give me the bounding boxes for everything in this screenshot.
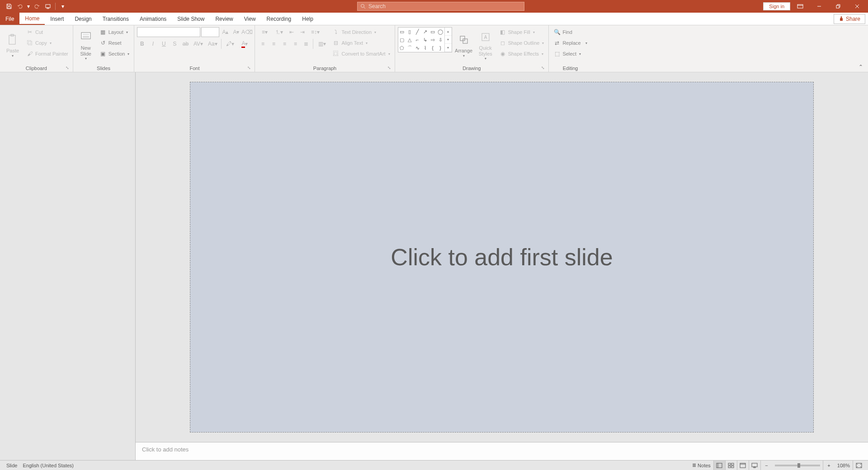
save-button[interactable] (5, 2, 14, 11)
align-center-button[interactable]: ≡ (269, 39, 278, 49)
shape-vert-textbox[interactable]: ▯ (406, 28, 414, 36)
restore-button[interactable] (829, 0, 847, 13)
shapes-scroll-down[interactable]: ▾ (445, 36, 452, 44)
quick-styles-button[interactable]: A Quick Styles ▾ (476, 27, 495, 63)
shape-textbox[interactable]: ▭ (398, 28, 406, 36)
zoom-slider-thumb[interactable] (797, 463, 800, 468)
tab-view[interactable]: View (239, 13, 261, 25)
fit-to-window-button[interactable] (853, 461, 864, 470)
arrange-button[interactable]: Arrange ▾ (454, 27, 474, 63)
shape-curve[interactable]: ∿ (414, 44, 421, 52)
distribute-button[interactable]: ≣ (301, 39, 311, 49)
highlight-button[interactable]: 🖍▾ (223, 39, 237, 49)
tab-animations[interactable]: Animations (134, 13, 172, 25)
bold-button[interactable]: B (137, 39, 147, 49)
zoom-level[interactable]: 108% (835, 461, 853, 470)
shape-oval[interactable]: ◯ (437, 28, 444, 36)
increase-font-button[interactable]: A▴ (220, 27, 230, 37)
strikethrough-button[interactable]: ab (180, 39, 190, 49)
char-spacing-button[interactable]: AV▾ (191, 39, 205, 49)
zoom-slider[interactable] (775, 465, 820, 466)
shapes-scroll-up[interactable]: ▴ (445, 28, 452, 36)
search-input[interactable] (368, 3, 521, 9)
italic-button[interactable]: I (148, 39, 158, 49)
shadow-button[interactable]: S (170, 39, 179, 49)
status-slide[interactable]: Slide (4, 461, 20, 470)
justify-button[interactable]: ≡ (290, 39, 300, 49)
shape-arrow-line[interactable]: ↗ (421, 28, 429, 36)
shape-line[interactable]: ╱ (414, 28, 421, 36)
tab-design[interactable]: Design (69, 13, 97, 25)
collapse-ribbon-button[interactable]: ⌃ (856, 64, 865, 70)
shapes-more[interactable]: ▾ (445, 44, 452, 52)
new-slide-button[interactable]: New Slide ▾ (76, 27, 96, 63)
tab-recording[interactable]: Recording (261, 13, 297, 25)
start-from-beginning-button[interactable] (43, 2, 52, 11)
zoom-out-button[interactable]: − (760, 461, 772, 470)
ribbon-display-options-button[interactable] (791, 0, 809, 13)
increase-indent-button[interactable]: ⇥ (297, 27, 307, 37)
shape-brace-right[interactable]: } (437, 44, 444, 52)
tab-transitions[interactable]: Transitions (97, 13, 134, 25)
tab-review[interactable]: Review (210, 13, 238, 25)
status-language[interactable]: English (United States) (20, 461, 76, 470)
thumbnail-panel[interactable] (0, 72, 136, 460)
tab-help[interactable]: Help (297, 13, 319, 25)
convert-smartart-button[interactable]: ⿴Convert to SmartArt▾ (330, 49, 392, 59)
font-color-button[interactable]: A▾ (238, 39, 251, 49)
columns-button[interactable]: ▥▾ (315, 39, 329, 49)
clipboard-launcher[interactable]: ⤡ (65, 66, 70, 71)
shape-arc[interactable]: ⌒ (406, 44, 414, 52)
shape-outline-button[interactable]: ◻Shape Outline▾ (497, 38, 546, 48)
shape-rect[interactable]: ▭ (429, 28, 437, 36)
reading-view-button[interactable] (737, 461, 749, 470)
change-case-button[interactable]: Aa▾ (206, 39, 219, 49)
align-text-button[interactable]: ⊟Align Text▾ (330, 38, 392, 48)
undo-button[interactable] (15, 2, 24, 11)
slide-placeholder[interactable]: Click to add first slide (190, 82, 814, 432)
tab-file[interactable]: File (0, 13, 19, 25)
clear-formatting-button[interactable]: A⌫ (242, 27, 252, 37)
bullets-button[interactable]: ≡▾ (258, 27, 271, 37)
copy-button[interactable]: ⿻Copy▾ (24, 38, 70, 48)
font-size-combo[interactable] (201, 27, 219, 37)
zoom-in-button[interactable]: + (823, 461, 835, 470)
align-left-button[interactable]: ≡ (258, 39, 268, 49)
line-spacing-button[interactable]: ≡↕▾ (308, 27, 322, 37)
shape-effects-button[interactable]: ◉Shape Effects▾ (497, 49, 546, 59)
select-button[interactable]: ⬚Select▾ (552, 49, 589, 59)
reset-button[interactable]: ↺Reset (98, 38, 132, 48)
sign-in-button[interactable]: Sign in (763, 2, 790, 10)
align-right-button[interactable]: ≡ (279, 39, 289, 49)
search-box[interactable] (357, 2, 524, 11)
font-launcher[interactable]: ⤡ (246, 66, 252, 71)
shape-connector[interactable]: ⌇ (421, 44, 429, 52)
slide-sorter-view-button[interactable] (725, 461, 737, 470)
numbering-button[interactable]: ⒈▾ (272, 27, 286, 37)
find-button[interactable]: 🔍Find (552, 27, 589, 37)
decrease-indent-button[interactable]: ⇤ (287, 27, 297, 37)
text-direction-button[interactable]: ⤵Text Direction▾ (330, 27, 392, 37)
notes-toggle-button[interactable]: ≣ Notes (689, 461, 713, 470)
shape-fill-button[interactable]: ◧Shape Fill▾ (497, 27, 546, 37)
tab-slideshow[interactable]: Slide Show (172, 13, 210, 25)
tab-insert[interactable]: Insert (45, 13, 69, 25)
close-button[interactable] (848, 0, 866, 13)
format-painter-button[interactable]: 🖌Format Painter (24, 49, 70, 59)
redo-button[interactable] (33, 2, 42, 11)
decrease-font-button[interactable]: A▾ (231, 27, 241, 37)
minimize-button[interactable] (810, 0, 828, 13)
drawing-launcher[interactable]: ⤡ (540, 66, 546, 71)
share-button[interactable]: Share (834, 14, 865, 24)
notes-pane[interactable]: Click to add notes (136, 442, 868, 460)
cut-button[interactable]: ✂Cut (24, 27, 70, 37)
shape-brace-left[interactable]: { (429, 44, 437, 52)
paste-button[interactable]: Paste ▾ (3, 27, 23, 63)
customize-qat-button[interactable]: ▾ (58, 2, 67, 11)
replace-button[interactable]: ⇄Replace▾ (552, 38, 589, 48)
shape-triangle[interactable]: △ (406, 36, 414, 44)
layout-button[interactable]: ▦Layout▾ (98, 27, 132, 37)
shape-roundrect[interactable]: ▢ (398, 36, 406, 44)
paragraph-launcher[interactable]: ⤡ (387, 66, 392, 71)
shape-arrow-down[interactable]: ⇩ (437, 36, 444, 44)
